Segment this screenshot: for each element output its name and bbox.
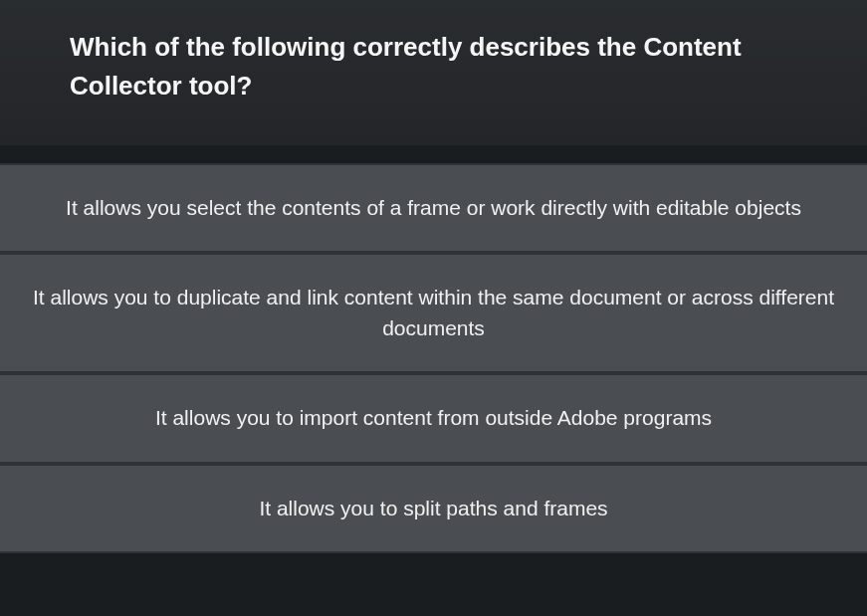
answer-text: It allows you to duplicate and link cont… xyxy=(30,283,837,343)
question-text: Which of the following correctly describ… xyxy=(70,28,807,105)
answers-list: It allows you select the contents of a f… xyxy=(0,163,867,553)
answer-option-4[interactable]: It allows you to split paths and frames xyxy=(0,464,867,553)
answer-option-1[interactable]: It allows you select the contents of a f… xyxy=(0,163,867,253)
answer-text: It allows you to split paths and frames xyxy=(259,494,607,523)
answer-option-2[interactable]: It allows you to duplicate and link cont… xyxy=(0,253,867,373)
answer-option-3[interactable]: It allows you to import content from out… xyxy=(0,373,867,463)
question-panel: Which of the following correctly describ… xyxy=(0,0,867,145)
answer-text: It allows you select the contents of a f… xyxy=(66,193,801,223)
answer-text: It allows you to import content from out… xyxy=(155,403,712,433)
